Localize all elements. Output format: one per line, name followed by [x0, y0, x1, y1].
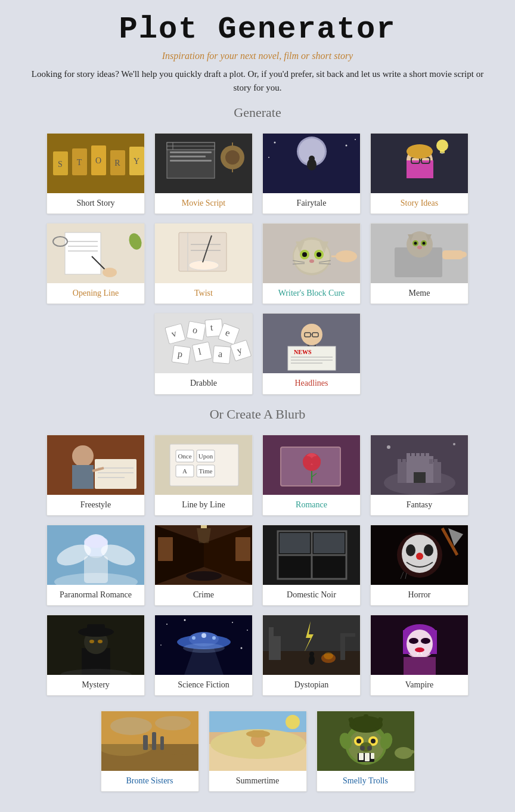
card-line-by-line-label: Line by Line — [155, 495, 252, 515]
card-domestic-noir[interactable]: Domestic Noir — [262, 525, 361, 606]
card-bronte-sisters-label: Bronte Sisters — [101, 771, 198, 791]
svg-rect-118 — [72, 465, 94, 489]
svg-point-72 — [336, 250, 357, 262]
card-drabble[interactable]: v o t e p l a y Drabble — [154, 313, 253, 394]
card-line-by-line-image: Once Upon A Time — [155, 435, 253, 495]
svg-point-158 — [387, 445, 390, 449]
svg-rect-183 — [314, 557, 345, 577]
card-mystery[interactable]: Mystery — [46, 615, 145, 696]
svg-rect-180 — [280, 533, 310, 553]
svg-text:R: R — [114, 159, 120, 168]
card-fantasy[interactable]: Fantasy — [370, 435, 469, 516]
svg-point-208 — [241, 647, 243, 649]
svg-point-264 — [371, 739, 376, 743]
svg-point-214 — [201, 633, 206, 638]
card-short-story[interactable]: S T O R Y Short Story — [46, 133, 145, 214]
svg-point-234 — [409, 638, 418, 644]
svg-rect-156 — [426, 453, 429, 458]
card-science-fiction-label: Science Fiction — [155, 675, 252, 695]
card-line-by-line[interactable]: Once Upon A Time Line by Line — [154, 435, 253, 516]
card-headlines-label: Headlines — [263, 373, 360, 393]
svg-point-203 — [166, 624, 167, 625]
svg-rect-16 — [170, 151, 212, 153]
card-bronte-sisters-image — [101, 711, 199, 771]
svg-text:O: O — [95, 156, 101, 165]
card-vampire[interactable]: Vampire — [370, 615, 469, 696]
svg-rect-43 — [65, 233, 101, 274]
card-movie-script-image — [155, 134, 253, 193]
svg-point-67 — [309, 259, 314, 263]
description: Looking for story ideas? We'll help you … — [18, 67, 497, 94]
card-fantasy-label: Fantasy — [371, 495, 468, 515]
card-romance[interactable]: Romance — [262, 435, 361, 516]
svg-point-189 — [424, 544, 433, 556]
card-story-ideas[interactable]: Story Ideas — [370, 133, 469, 214]
svg-point-38 — [436, 140, 448, 151]
card-story-ideas-image — [371, 134, 469, 193]
card-opening-line-label: Opening Line — [47, 283, 144, 303]
svg-point-207 — [160, 644, 162, 646]
svg-point-205 — [232, 622, 233, 623]
card-freestyle[interactable]: Freestyle — [46, 435, 145, 516]
card-short-story-image: S T O R Y — [47, 134, 145, 193]
card-twist-image — [155, 224, 253, 283]
card-headlines[interactable]: NEWS Headlines — [262, 313, 361, 394]
svg-rect-269 — [359, 753, 364, 760]
svg-point-29 — [346, 145, 348, 147]
card-dystopian[interactable]: Dystopian — [262, 615, 361, 696]
blurb-section-title: Or Create A Blurb — [18, 407, 497, 422]
svg-rect-17 — [170, 156, 206, 157]
card-bronte-sisters[interactable]: Bronte Sisters — [101, 711, 199, 792]
card-crime-image — [155, 525, 253, 585]
card-mystery-label: Mystery — [47, 675, 144, 695]
card-writers-block[interactable]: Writer's Block Cure — [262, 223, 361, 304]
blurb-grid: Freestyle Once Upon A Time Line by Line — [18, 432, 497, 702]
svg-point-188 — [406, 544, 415, 556]
card-summertime[interactable]: Summertime — [209, 711, 307, 792]
card-movie-script[interactable]: Movie Script — [154, 133, 253, 214]
svg-rect-151 — [434, 459, 438, 464]
card-fairytale-image — [263, 134, 361, 193]
svg-point-206 — [247, 630, 248, 631]
svg-point-79 — [414, 242, 417, 245]
generate-section-title: Generate — [18, 105, 497, 120]
card-paranormal[interactable]: Paranormal Romance — [46, 525, 145, 606]
card-horror-image — [371, 525, 469, 585]
svg-marker-175 — [197, 528, 211, 543]
svg-rect-220 — [269, 636, 281, 660]
svg-point-66 — [317, 252, 321, 257]
subtitle: Inspiration for your next novel, film or… — [18, 51, 497, 61]
svg-point-257 — [286, 715, 300, 729]
svg-point-140 — [311, 456, 321, 466]
svg-point-173 — [186, 571, 222, 581]
svg-point-225 — [309, 652, 314, 656]
card-freestyle-image — [47, 435, 145, 495]
svg-rect-247 — [143, 735, 148, 750]
card-domestic-noir-label: Domestic Noir — [263, 585, 360, 605]
card-smelly-trolls[interactable]: Smelly Trolls — [317, 711, 415, 792]
card-horror-label: Horror — [371, 585, 468, 605]
svg-point-213 — [192, 636, 196, 640]
card-smelly-trolls-image — [317, 711, 415, 771]
svg-point-278 — [395, 747, 412, 759]
card-opening-line[interactable]: Opening Line — [46, 223, 145, 304]
svg-point-215 — [212, 636, 216, 640]
card-smelly-trolls-label: Smelly Trolls — [317, 771, 414, 791]
generate-grid: S T O R Y Short Story — [18, 130, 497, 401]
card-twist[interactable]: Twist — [154, 223, 253, 304]
card-vampire-image — [371, 615, 469, 675]
card-freestyle-label: Freestyle — [47, 495, 144, 515]
svg-rect-154 — [416, 453, 420, 458]
card-horror[interactable]: Horror — [370, 525, 469, 606]
card-crime-label: Crime — [155, 585, 252, 605]
card-fairytale[interactable]: Fairytale — [262, 133, 361, 214]
card-meme[interactable]: Meme — [370, 223, 469, 304]
svg-point-48 — [103, 268, 117, 277]
svg-rect-157 — [414, 472, 426, 483]
svg-point-165 — [84, 536, 108, 548]
card-crime[interactable]: Crime — [154, 525, 253, 606]
svg-point-200 — [98, 640, 103, 643]
card-science-fiction[interactable]: Science Fiction — [154, 615, 253, 696]
svg-text:A: A — [182, 467, 187, 475]
svg-rect-171 — [158, 537, 173, 561]
